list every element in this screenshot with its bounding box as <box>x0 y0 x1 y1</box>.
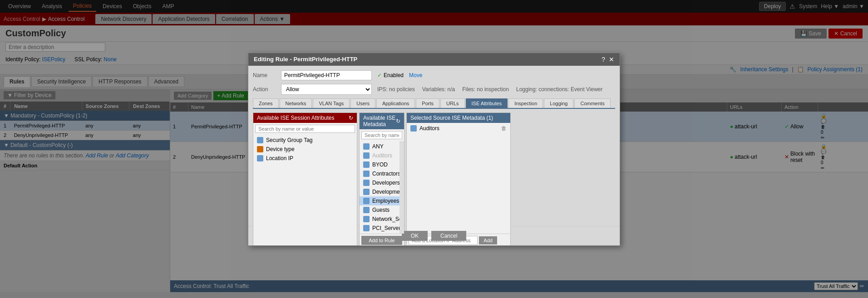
selected-group-icon <box>410 125 417 132</box>
list-item[interactable]: Device type <box>253 145 357 154</box>
session-list: Security Group Tag Device type Location … <box>253 135 357 246</box>
metadata-header: Available ISE Metadata ↻ <box>360 113 404 129</box>
group-icon6 <box>363 171 370 177</box>
modal-tab-users[interactable]: Users <box>350 98 375 108</box>
modal-tabs: Zones Networks VLAN Tags Users Applicati… <box>253 98 615 109</box>
list-item[interactable]: Auditors <box>360 151 404 160</box>
metadata-search-input[interactable] <box>361 131 402 139</box>
selected-panel: Selected Source ISE Metadata (1) Auditor… <box>406 112 511 246</box>
session-search-input[interactable] <box>255 125 355 133</box>
action-select[interactable]: Allow <box>281 84 372 95</box>
enabled-label: Enabled <box>384 72 404 78</box>
close-icon[interactable]: ✕ <box>609 56 614 63</box>
modal-tab-zones[interactable]: Zones <box>253 98 279 108</box>
group-icon5 <box>363 161 370 168</box>
list-item[interactable]: PCI_Servers <box>360 224 404 233</box>
move-link[interactable]: Move <box>409 72 422 78</box>
modal-title: Editing Rule - PermitPrivileged-HTTP <box>254 56 357 63</box>
session-header: Available ISE Session Attributes ↻ <box>253 113 357 123</box>
session-attributes-panel: Available ISE Session Attributes ↻ Secur… <box>253 112 357 246</box>
list-item[interactable]: ANY <box>360 142 404 151</box>
enabled-checkbox-row: ✓ Enabled <box>377 72 404 78</box>
group-icon12 <box>363 225 370 231</box>
list-item[interactable]: Security Group Tag <box>253 136 357 145</box>
modal-tab-vlan-tags[interactable]: VLAN Tags <box>313 98 350 108</box>
help-icon[interactable]: ? <box>602 56 605 63</box>
modal-tab-networks[interactable]: Networks <box>280 98 312 108</box>
modal-ok-button[interactable]: OK <box>402 231 428 241</box>
modal-tab-applications[interactable]: Applications <box>376 98 415 108</box>
selected-list: Auditors 🗑 <box>407 123 510 234</box>
list-item[interactable]: Developers <box>360 178 404 187</box>
group-icon2 <box>257 155 263 161</box>
action-row: Action Allow IPS: no policies Variables:… <box>253 84 615 95</box>
list-item[interactable]: Network_Services <box>360 215 404 224</box>
list-item[interactable]: Guests <box>360 205 404 215</box>
action-label: Action <box>253 86 276 93</box>
session-search <box>253 123 357 135</box>
ip-add-button[interactable]: Add <box>479 236 497 244</box>
modal-tab-urls[interactable]: URLs <box>440 98 465 108</box>
logging-text[interactable]: Logging: connections: Event Viewer <box>516 86 603 93</box>
group-icon10 <box>363 207 370 213</box>
checkmark-enabled-icon: ✓ <box>377 72 382 78</box>
list-item[interactable]: BYOD <box>360 160 404 169</box>
list-item[interactable]: Contractors <box>360 169 404 178</box>
group-icon3 <box>363 143 370 150</box>
selected-header: Selected Source ISE Metadata (1) <box>407 113 510 123</box>
metadata-panel: Available ISE Metadata ↻ ANY <box>359 112 404 246</box>
modal-overlay: Editing Rule - PermitPrivileged-HTTP ? ✕… <box>0 0 868 292</box>
list-item[interactable]: Employees <box>360 196 404 205</box>
metadata-search <box>360 129 404 141</box>
group-icon4 <box>363 152 370 159</box>
name-row: Name ✓ Enabled Move <box>253 70 615 80</box>
modal-tab-comments[interactable]: Comments <box>574 98 610 108</box>
group-icon8 <box>363 189 370 195</box>
modal-header: Editing Rule - PermitPrivileged-HTTP ? ✕ <box>248 53 620 66</box>
modal-tab-inspection[interactable]: Inspection <box>508 98 543 108</box>
delete-selected-icon[interactable]: 🗑 <box>501 125 507 132</box>
list-item[interactable]: Location IP <box>253 154 357 163</box>
group-icon7 <box>363 180 370 186</box>
policy-info: IPS: no policies Variables: n/a Files: n… <box>377 86 603 93</box>
group-icon11 <box>363 216 370 222</box>
name-label: Name <box>253 72 276 78</box>
modal-tab-logging[interactable]: Logging <box>544 98 573 108</box>
selected-item: Auditors 🗑 <box>407 124 510 133</box>
modal-tab-ise-attributes[interactable]: ISE Attributes <box>466 98 508 108</box>
group-icon9 <box>363 198 370 204</box>
metadata-list: ANY Auditors BYOD Contractors <box>360 141 404 234</box>
files-text: Files: no inspection <box>462 86 509 93</box>
group-icon <box>257 137 263 143</box>
add-to-rule-button[interactable]: Add to Rule <box>361 236 402 245</box>
ips-text: IPS: no policies <box>377 86 415 93</box>
modal-cancel-button[interactable]: Cancel <box>431 231 466 241</box>
editing-rule-modal: Editing Rule - PermitPrivileged-HTTP ? ✕… <box>248 53 620 246</box>
device-icon <box>257 146 263 152</box>
refresh-icon2[interactable]: ↻ <box>396 118 400 124</box>
modal-tab-ports[interactable]: Ports <box>416 98 439 108</box>
modal-body: Name ✓ Enabled Move Action Allow IPS: no… <box>248 66 620 226</box>
rule-name-input[interactable] <box>281 70 372 80</box>
variables-text: Variables: n/a <box>422 86 455 93</box>
refresh-icon[interactable]: ↻ <box>349 115 353 121</box>
three-col-area: Available ISE Session Attributes ↻ Secur… <box>253 112 615 221</box>
list-item[interactable]: Development_Servers <box>360 187 404 196</box>
